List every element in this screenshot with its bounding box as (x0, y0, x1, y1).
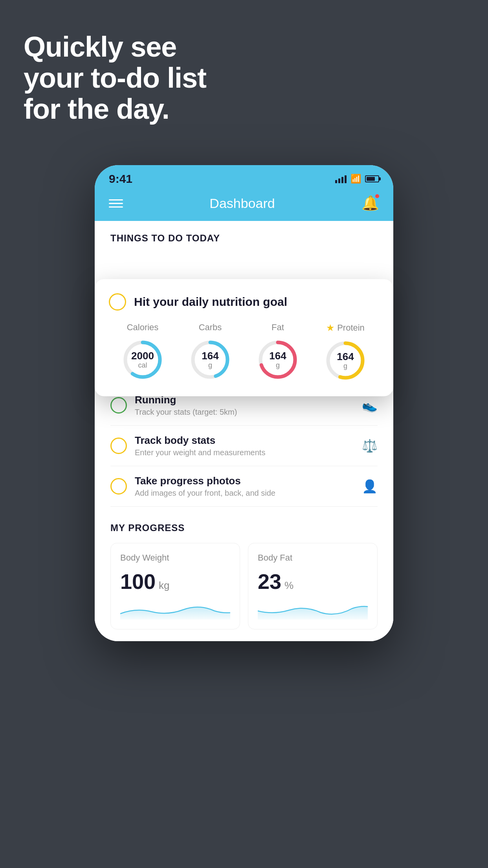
progress-section: MY PROGRESS Body Weight 100 kg (95, 507, 393, 641)
protein-label: Protein (337, 323, 365, 333)
body-weight-value: 100 (120, 569, 156, 594)
card-title-row: Hit your daily nutrition goal (109, 293, 379, 311)
nutrition-card-title: Hit your daily nutrition goal (134, 295, 287, 309)
app-header: Dashboard 🔔 (95, 189, 393, 221)
body-fat-value: 23 (258, 569, 281, 594)
calories-value-label: 2000 cal (131, 350, 154, 369)
list-item[interactable]: Track body stats Enter your weight and m… (110, 426, 378, 466)
hero-line3: for the day. (24, 94, 206, 125)
header-title: Dashboard (209, 196, 275, 211)
todo-text-photos: Take progress photos Add images of your … (135, 475, 354, 498)
todo-circle-running (110, 397, 127, 414)
todo-text-running: Running Track your stats (target: 5km) (135, 394, 354, 417)
todo-circle-body (110, 438, 127, 454)
todo-text-body: Track body stats Enter your weight and m… (135, 434, 354, 457)
scale-icon: ⚖️ (362, 438, 378, 453)
protein-col: ★ Protein 164 g (324, 322, 367, 382)
menu-button[interactable] (109, 199, 123, 208)
nutrition-check-circle (109, 293, 126, 311)
list-item[interactable]: Take progress photos Add images of your … (110, 466, 378, 507)
carbs-label: Carbs (199, 322, 222, 333)
body-weight-card: Body Weight 100 kg (110, 543, 240, 629)
nutrition-circles: Calories 2000 cal Carbs (109, 322, 379, 382)
todo-title-body: Track body stats (135, 434, 354, 447)
protein-label-row: ★ Protein (326, 322, 365, 333)
star-icon: ★ (326, 322, 335, 333)
protein-value-label: 164 g (337, 351, 354, 370)
hero-line2: your to-do list (24, 63, 206, 94)
calories-label: Calories (127, 322, 159, 333)
progress-heading: MY PROGRESS (110, 522, 378, 533)
hero-text: Quickly see your to-do list for the day. (24, 31, 206, 125)
status-time: 9:41 (109, 172, 132, 186)
body-weight-unit: kg (159, 579, 169, 592)
todo-circle-photos (110, 478, 127, 495)
progress-cards: Body Weight 100 kg (110, 543, 378, 629)
hero-line1: Quickly see (24, 31, 206, 63)
carbs-value-label: 164 g (202, 350, 218, 369)
todo-subtitle-body: Enter your weight and measurements (135, 448, 354, 457)
battery-icon (365, 175, 379, 182)
notifications-button[interactable]: 🔔 (361, 195, 379, 211)
body-fat-label: Body Fat (258, 553, 368, 563)
status-bar: 9:41 📶 (95, 165, 393, 189)
shoe-icon: 👟 (362, 398, 378, 413)
calories-col: Calories 2000 cal (121, 322, 164, 381)
todo-subtitle-photos: Add images of your front, back, and side (135, 489, 354, 498)
fat-col: Fat 164 g (256, 322, 299, 381)
signal-icon (335, 175, 347, 183)
fat-value-label: 164 g (269, 350, 286, 369)
nutrition-card: Hit your daily nutrition goal Calories 2… (95, 279, 393, 396)
body-weight-label: Body Weight (120, 553, 230, 563)
body-fat-chart (258, 600, 368, 620)
fat-donut: 164 g (256, 338, 299, 381)
carbs-donut: 164 g (189, 338, 232, 381)
phone-mockup: 9:41 📶 Dashboard 🔔 THINGS TO DO TOD (95, 165, 393, 641)
protein-donut: 164 g (324, 339, 367, 382)
person-icon: 👤 (362, 479, 378, 494)
notification-badge (374, 193, 380, 199)
todo-list: Running Track your stats (target: 5km) 👟… (95, 385, 393, 507)
body-weight-chart (120, 600, 230, 620)
wifi-icon: 📶 (350, 174, 361, 184)
body-fat-card: Body Fat 23 % (248, 543, 378, 629)
todo-title-photos: Take progress photos (135, 475, 354, 487)
body-fat-value-row: 23 % (258, 569, 368, 594)
fat-label: Fat (272, 322, 284, 333)
calories-donut: 2000 cal (121, 338, 164, 381)
body-fat-unit: % (284, 579, 294, 592)
todo-subtitle-running: Track your stats (target: 5km) (135, 408, 354, 417)
things-todo-heading: THINGS TO DO TODAY (95, 221, 393, 252)
carbs-col: Carbs 164 g (189, 322, 232, 381)
body-weight-value-row: 100 kg (120, 569, 230, 594)
status-icons: 📶 (335, 174, 379, 184)
